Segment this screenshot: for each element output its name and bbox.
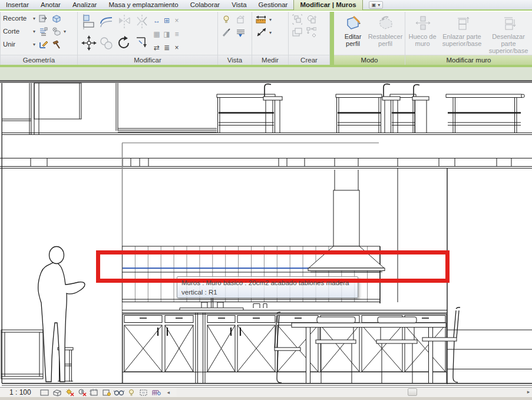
chevron-down-icon[interactable]: ▾ xyxy=(269,17,272,22)
show-crop-region-icon[interactable] xyxy=(101,388,112,397)
elevation-drawing[interactable] xyxy=(0,81,532,387)
unir-button[interactable]: Unir xyxy=(3,41,31,48)
panel-vista: Vista xyxy=(218,12,252,65)
delete-icon[interactable]: × xyxy=(172,41,181,54)
split-with-gap-icon[interactable]: ⊞ xyxy=(162,14,171,27)
tab-analizar[interactable]: Analizar xyxy=(67,1,103,9)
tab-insertar[interactable]: Insertar xyxy=(0,1,35,9)
measure-ruler-icon[interactable] xyxy=(255,14,266,25)
tab-modificar-muros-active[interactable]: Modificar | Muros xyxy=(293,0,362,10)
panel-geometria: Recorte ▾ Corte ▾ ▾ Unir ▾ xyxy=(0,12,78,65)
visual-style-icon[interactable] xyxy=(52,388,62,397)
chevron-down-icon[interactable]: ▾ xyxy=(269,30,272,35)
trim-multiple-icon[interactable]: ≣ xyxy=(162,41,171,54)
chevron-down-icon[interactable]: ▾ xyxy=(33,16,35,21)
panel-label-geometria: Geometría xyxy=(1,55,77,65)
paste-geometry-icon[interactable] xyxy=(38,13,48,24)
tab-colaborar[interactable]: Colaborar xyxy=(184,1,226,9)
rotate-tool-icon[interactable] xyxy=(117,34,132,52)
viewer-box-icon[interactable] xyxy=(235,14,246,25)
scale-value[interactable]: 1 : 100 xyxy=(9,388,31,396)
corte-button[interactable]: Corte xyxy=(3,28,31,35)
chevron-down-icon[interactable]: ▾ xyxy=(64,29,66,34)
create-similar-icon[interactable] xyxy=(306,27,316,38)
ribbon: Recorte ▾ Corte ▾ ▾ Unir ▾ xyxy=(0,12,532,65)
panel-crear: Crear xyxy=(289,12,330,65)
shadows-off-icon[interactable] xyxy=(77,388,87,397)
ribbon-tab-bar: Insertar Anotar Analizar Masa y emplazam… xyxy=(0,0,532,11)
scroll-left-arrow[interactable]: ◂ xyxy=(165,389,172,395)
tab-anotar[interactable]: Anotar xyxy=(35,1,67,9)
temporary-view-properties-icon[interactable] xyxy=(138,388,149,397)
options-bar xyxy=(0,67,532,81)
edit-profile-icon xyxy=(345,15,361,31)
scale-icon[interactable]: ◨ xyxy=(162,28,171,41)
wall-dimension-icon[interactable] xyxy=(38,26,48,37)
pin-icon[interactable]: ≡ xyxy=(172,28,181,41)
panel-label-modo: Modo xyxy=(334,55,405,65)
recorte-button[interactable]: Recorte xyxy=(3,15,31,22)
restablecer-perfil-button[interactable]: Restablecer perfil xyxy=(367,14,404,54)
enlazar-parte-button[interactable]: Enlazar parte superior/base xyxy=(440,14,484,54)
align-tool-icon[interactable] xyxy=(81,13,97,31)
panel-modificar-muro: Hueco de muro Enlazar parte superior/bas… xyxy=(405,12,532,65)
analytical-model-icon[interactable] xyxy=(151,388,161,397)
tooltip-line-2: vertical : R1 xyxy=(181,287,353,297)
attach-top-base-icon xyxy=(454,15,470,31)
horizontal-scrollbar[interactable]: ▸ xyxy=(177,388,532,396)
offset-tool-icon[interactable] xyxy=(99,13,114,31)
panel-label-medir: Medir xyxy=(252,55,288,65)
hammer-icon[interactable] xyxy=(51,39,61,49)
tab-vista[interactable]: Vista xyxy=(226,1,252,9)
sun-path-off-icon[interactable] xyxy=(64,388,75,397)
crop-view-icon[interactable] xyxy=(89,388,100,397)
chevron-down-icon[interactable]: ▾ xyxy=(33,29,35,34)
hueco-de-muro-label: Hueco de muro xyxy=(407,33,438,47)
window-bottom-edge xyxy=(0,397,532,400)
trim-extend-icon[interactable]: ⇄ xyxy=(152,41,161,54)
ribbon-minimize-button[interactable]: ▣ ▾ xyxy=(369,1,384,9)
mirror-tool-icon[interactable] xyxy=(117,13,132,31)
unpin-icon[interactable]: × xyxy=(172,14,181,27)
enlazar-parte-label: Enlazar parte superior/base xyxy=(440,33,484,47)
panel-label-vista: Vista xyxy=(218,55,252,65)
hueco-de-muro-button[interactable]: Hueco de muro xyxy=(407,14,438,54)
tab-masa-y-emplazamiento[interactable]: Masa y emplazamiento xyxy=(103,1,184,9)
move-tool-icon[interactable] xyxy=(81,34,97,52)
editar-perfil-button[interactable]: Editar perfil xyxy=(338,14,368,54)
create-assembly-icon[interactable] xyxy=(306,14,316,25)
trim-corner-tool-icon[interactable] xyxy=(134,34,150,52)
modify-small-tools: ↔ ⊞ × ▦ ◨ ≡ ⇄ ≣ × xyxy=(152,14,181,54)
tooltip-line-1: Muros : Muro básico : 20cm2 acabado tabl… xyxy=(181,278,353,287)
linework-brush-icon[interactable] xyxy=(221,27,232,38)
detail-level-icon[interactable] xyxy=(39,388,50,397)
detach-top-base-icon xyxy=(501,15,516,31)
chevron-down-icon[interactable]: ▾ xyxy=(33,42,35,47)
array-icon[interactable]: ▦ xyxy=(152,28,161,41)
reveal-hidden-elements-icon[interactable] xyxy=(126,388,137,397)
create-parts-icon[interactable] xyxy=(292,27,302,38)
chevron-down-icon: ▾ xyxy=(378,2,380,8)
contextual-panel-edge xyxy=(330,12,334,65)
panel-modo: Editar perfil Restablecer perfil Modo xyxy=(334,12,405,65)
join-edit-icon[interactable] xyxy=(38,39,48,49)
mirror-draw-tool-icon[interactable] xyxy=(134,13,150,31)
create-group-icon[interactable] xyxy=(292,14,302,25)
lightbulb-icon[interactable] xyxy=(221,14,232,25)
selection-tooltip: Muros : Muro básico : 20cm2 acabado tabl… xyxy=(177,276,358,298)
cube-3d-icon[interactable] xyxy=(51,13,61,24)
panel-label-modificar: Modificar xyxy=(78,55,217,65)
scrollbar-thumb[interactable] xyxy=(408,388,417,396)
panel-medir: ▾ ▾ Medir xyxy=(252,12,289,65)
restablecer-perfil-label: Restablecer perfil xyxy=(367,33,404,47)
temporary-hide-isolate-icon[interactable] xyxy=(114,388,124,397)
cube-cut-icon[interactable] xyxy=(51,26,61,37)
scroll-right-arrow[interactable]: ▸ xyxy=(525,389,532,395)
tab-gestionar[interactable]: Gestionar xyxy=(253,1,294,9)
copy-tool-icon[interactable] xyxy=(99,34,114,52)
measure-angle-icon[interactable] xyxy=(255,27,266,38)
split-element-icon[interactable]: ↔ xyxy=(152,14,161,27)
desenlazar-parte-button[interactable]: Desenlazar parte superior/base xyxy=(485,14,531,54)
hidden-lines-icon[interactable] xyxy=(235,27,246,38)
panel-toggle-icon: ▣ xyxy=(372,2,376,8)
